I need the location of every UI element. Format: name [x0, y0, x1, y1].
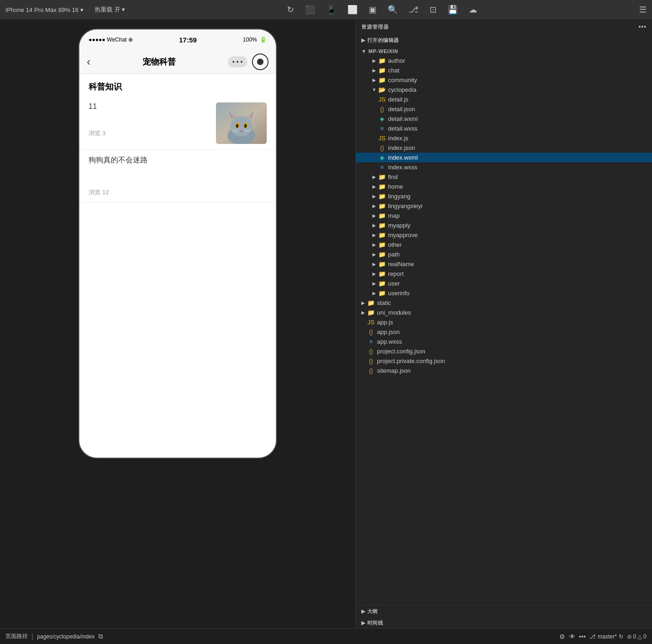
article-number: 11: [89, 102, 210, 111]
tree-item-index-wxss[interactable]: ≡ index.wxss: [356, 162, 652, 172]
folder-icon: 📁: [378, 251, 386, 258]
tree-item-author[interactable]: ▶ 📁 author: [356, 56, 652, 66]
cloud-icon[interactable]: ☁: [469, 5, 477, 15]
tree-item-static[interactable]: ▶ 📁 static: [356, 298, 652, 308]
copy-path-icon[interactable]: ⧉: [98, 632, 103, 640]
phone-frame: ●●●●● WeChat ⊕ 17:59 100% 🔋 ‹ 宠物科普 • • •: [78, 29, 277, 459]
tree-item-lingyangxieyi[interactable]: ▶ 📁 lingyangxieyi: [356, 201, 652, 211]
folder-icon: 📁: [378, 57, 386, 64]
folder-arrow: ▶: [371, 194, 378, 199]
bottom-path-label: 页面路径: [6, 632, 28, 640]
tree-item-community[interactable]: ▶ 📁 community: [356, 75, 652, 85]
folder-arrow: ▶: [371, 223, 378, 228]
outline-section[interactable]: ▶ 大纲: [356, 605, 652, 617]
wxml-file-icon: ◈: [378, 154, 386, 161]
tree-item-lingyang[interactable]: ▶ 📁 lingyang: [356, 191, 652, 201]
sidebar-header: 资源管理器 •••: [356, 19, 652, 34]
sidebar-header-actions: •••: [639, 23, 646, 30]
tree-item-index-wxml[interactable]: ◈ index.wxml: [356, 153, 652, 162]
tree-item-find[interactable]: ▶ 📁 find: [356, 172, 652, 182]
folder-arrow: ▶: [371, 213, 378, 218]
main-area: ●●●●● WeChat ⊕ 17:59 100% 🔋 ‹ 宠物科普 • • •: [0, 19, 652, 628]
refresh-icon[interactable]: ↻: [287, 5, 294, 15]
tree-item-project-config[interactable]: {} project.config.json: [356, 346, 652, 356]
svg-point-2: [230, 116, 252, 137]
tree-item-app-json[interactable]: {} app.json: [356, 327, 652, 337]
tree-item-realname[interactable]: ▶ 📁 realName: [356, 259, 652, 269]
article-item[interactable]: 11 浏览 3: [79, 97, 276, 150]
tree-item-detail-js[interactable]: JS detail.js: [356, 95, 652, 104]
folder-icon: 📁: [378, 193, 386, 200]
folder-arrow: ▶: [359, 300, 367, 305]
tree-item-detail-json[interactable]: {} detail.json: [356, 104, 652, 114]
folder-icon: 📁: [378, 232, 386, 239]
layout-icon[interactable]: ▣: [369, 5, 377, 15]
nav-more-button[interactable]: • • •: [228, 56, 247, 67]
json-file-icon: {}: [367, 348, 375, 355]
stop-icon[interactable]: ⬛: [305, 5, 315, 15]
hot-reload-label[interactable]: 热重载 开 ▾: [95, 6, 125, 14]
tree-item-chat[interactable]: ▶ 📁 chat: [356, 66, 652, 75]
split-icon[interactable]: ⊡: [430, 5, 437, 15]
folder-icon: 📁: [378, 280, 386, 287]
sidebar-more-icon[interactable]: •••: [639, 23, 646, 30]
tree-item-project-private-config[interactable]: {} project.private.config.json: [356, 356, 652, 366]
timeline-arrow: ▶: [361, 620, 365, 626]
tree-item-home[interactable]: ▶ 📁 home: [356, 182, 652, 191]
open-editors-section[interactable]: ▶ 打开的编辑器: [356, 34, 652, 46]
file-tree-scroll[interactable]: ▶ 打开的编辑器 ▼ MP-WEIXIN ▶ 📁 author ▶ 📁 chat: [356, 34, 652, 605]
tree-label-realname: realName: [388, 261, 652, 268]
device-label[interactable]: iPhone 14 Pro Max 89% 16 ▾: [6, 6, 84, 13]
tree-label-userinfo: userinfo: [388, 290, 652, 297]
tree-item-userinfo[interactable]: ▶ 📁 userinfo: [356, 288, 652, 298]
phone-content[interactable]: 科普知识 11 浏览 3: [79, 74, 276, 458]
folder-arrow: ▶: [371, 68, 378, 73]
tree-item-uni-modules[interactable]: ▶ 📁 uni_modules: [356, 308, 652, 317]
git-branch-icon[interactable]: ⎇: [409, 5, 419, 15]
settings-icon[interactable]: ☰: [639, 5, 646, 15]
tree-item-app-wxss[interactable]: ≡ app.wxss: [356, 337, 652, 346]
folder-arrow: ▶: [371, 174, 378, 179]
json-file-icon: {}: [367, 328, 375, 335]
tree-item-cyclopedia[interactable]: ▼ 📂 cyclopedia: [356, 85, 652, 95]
bottom-bar: 页面路径 | pages/cyclopedia/index ⧉ ⚙ 👁 ••• …: [0, 628, 652, 644]
timeline-section[interactable]: ▶ 时间线: [356, 617, 652, 628]
tree-item-detail-wxss[interactable]: ≡ detail.wxss: [356, 124, 652, 133]
tree-item-myapprove[interactable]: ▶ 📁 myapprove: [356, 230, 652, 240]
tree-item-sitemap[interactable]: {} sitemap.json: [356, 366, 652, 376]
folder-arrow: ▶: [371, 78, 378, 83]
timeline-label: 时间线: [367, 620, 383, 626]
folder-arrow: ▶: [371, 203, 378, 209]
phone-icon[interactable]: 📱: [326, 5, 336, 15]
mp-weixin-section[interactable]: ▼ MP-WEIXIN: [356, 46, 652, 56]
nav-record-dot: [257, 59, 263, 65]
tree-label-chat: chat: [388, 67, 652, 74]
sync-icon[interactable]: ↻: [619, 633, 623, 640]
save-icon[interactable]: 💾: [448, 5, 458, 15]
tree-item-path[interactable]: ▶ 📁 path: [356, 250, 652, 259]
tree-item-other[interactable]: ▶ 📁 other: [356, 240, 652, 250]
search-icon[interactable]: 🔍: [388, 5, 398, 15]
tablet-icon[interactable]: ⬜: [347, 5, 358, 15]
folder-icon: 📁: [378, 67, 386, 74]
svg-point-10: [245, 124, 247, 128]
tree-item-index-json[interactable]: {} index.json: [356, 143, 652, 153]
tree-label-index-json: index.json: [388, 144, 652, 151]
tree-item-app-js[interactable]: JS app.js: [356, 317, 652, 327]
eye-icon[interactable]: 👁: [569, 633, 575, 640]
tree-item-index-js[interactable]: JS index.js: [356, 133, 652, 143]
folder-arrow: ▶: [371, 262, 378, 267]
tree-item-user[interactable]: ▶ 📁 user: [356, 279, 652, 288]
tree-item-myapply[interactable]: ▶ 📁 myapply: [356, 221, 652, 230]
tree-item-map[interactable]: ▶ 📁 map: [356, 211, 652, 221]
nav-record-button[interactable]: [252, 54, 269, 70]
settings-icon-bottom[interactable]: ⚙: [559, 633, 565, 640]
article-item-text[interactable]: 狗狗真的不会迷路 浏览 12: [79, 150, 276, 203]
more-options-icon[interactable]: •••: [579, 633, 586, 640]
nav-back-button[interactable]: ‹: [87, 55, 90, 68]
folder-open-icon: 📂: [378, 86, 386, 93]
tree-item-detail-wxml[interactable]: ◈ detail.wxml: [356, 114, 652, 124]
tree-item-report[interactable]: ▶ 📁 report: [356, 269, 652, 279]
top-bar: iPhone 14 Pro Max 89% 16 ▾ 热重载 开 ▾ ↻ ⬛ 📱…: [0, 0, 652, 19]
folder-arrow: ▼: [371, 87, 378, 92]
